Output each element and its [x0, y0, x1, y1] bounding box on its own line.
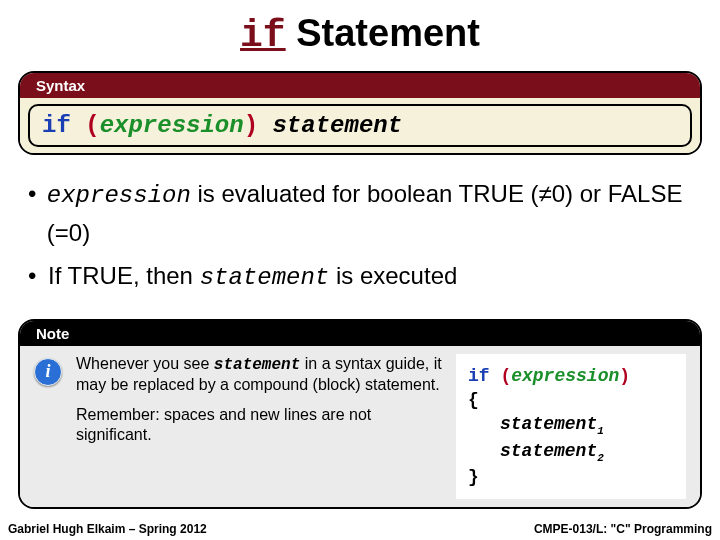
code-stmt2: statement — [500, 441, 597, 461]
code-expr: expression — [511, 366, 619, 386]
syntax-kw: if — [42, 112, 85, 139]
slide-title: if Statement — [0, 0, 720, 65]
syntax-line: if (expression) statement — [28, 104, 692, 147]
code-rbrace: } — [468, 465, 674, 489]
code-example: if (expression) { statement1 statement2 … — [456, 354, 686, 500]
bullet-dot: • — [28, 257, 48, 296]
note-text: Whenever you see statement in a syntax g… — [76, 354, 442, 455]
note-header: Note — [20, 321, 700, 346]
code-stmt1: statement — [500, 414, 597, 434]
footer-right: CMPE-013/L: "C" Programming — [534, 522, 712, 536]
syntax-rparen: ) — [244, 112, 258, 139]
code-sub1: 1 — [597, 425, 604, 437]
title-keyword: if — [240, 14, 286, 57]
code-lbrace: { — [468, 388, 674, 412]
code-rparen: ) — [619, 366, 630, 386]
bullet-1: • expression is evaluated for boolean TR… — [28, 175, 692, 251]
note-panel: Note i Whenever you see statement in a s… — [18, 319, 702, 510]
code-kw: if — [468, 366, 500, 386]
syntax-statement: statement — [258, 112, 402, 139]
info-icon: i — [34, 358, 62, 386]
note-p2: Remember: spaces and new lines are not s… — [76, 405, 442, 445]
bullet2-pre: If TRUE, then — [48, 262, 200, 289]
bullet2-stmt: statement — [200, 264, 330, 291]
bullet1-expr: expression — [47, 182, 191, 209]
bullet2-post: is executed — [329, 262, 457, 289]
footer-left: Gabriel Hugh Elkaim – Spring 2012 — [8, 522, 207, 536]
syntax-expression: expression — [100, 112, 244, 139]
bullet-2: • If TRUE, then statement is executed — [28, 257, 692, 296]
note-p1-pre: Whenever you see — [76, 355, 214, 372]
syntax-lparen: ( — [85, 112, 99, 139]
syntax-header: Syntax — [20, 73, 700, 98]
bullet-dot: • — [28, 175, 47, 251]
syntax-panel: Syntax if (expression) statement — [18, 71, 702, 155]
note-p1-code: statement — [214, 356, 300, 374]
title-rest: Statement — [286, 12, 480, 54]
footer: Gabriel Hugh Elkaim – Spring 2012 CMPE-0… — [0, 522, 720, 536]
code-sub2: 2 — [597, 451, 604, 463]
code-lparen: ( — [500, 366, 511, 386]
bullet-list: • expression is evaluated for boolean TR… — [0, 161, 720, 313]
